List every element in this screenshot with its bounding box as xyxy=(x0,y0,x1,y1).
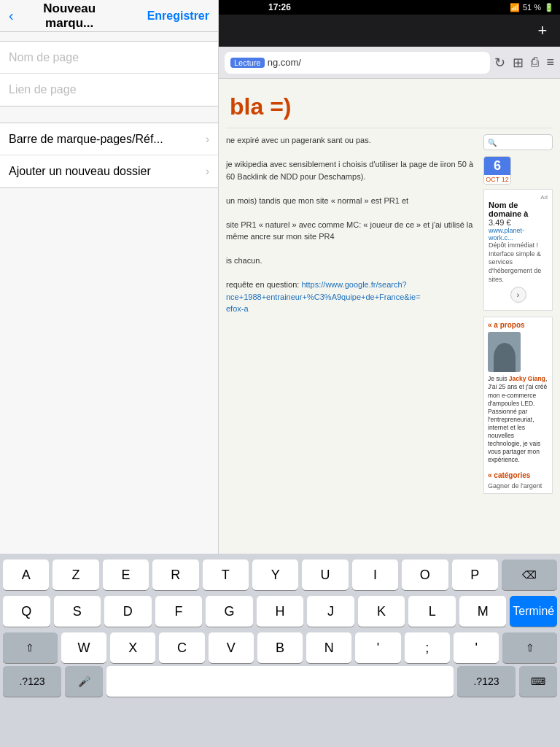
ad-box[interactable]: Ad Nom de domaine à 3.49 € www.planet-wo… xyxy=(483,189,553,311)
panel-title: Nouveau marqu... xyxy=(20,1,120,31)
done-key[interactable]: Terminé xyxy=(510,596,557,627)
key-b[interactable]: B xyxy=(257,632,303,663)
key-y[interactable]: Y xyxy=(252,560,298,590)
space-key[interactable] xyxy=(106,666,454,697)
keyboard-rows: A Z E R T Y U I O P ⌫ Q S D F G H J K L … xyxy=(0,554,560,666)
keyboard-row-2: Q S D F G H J K L M Terminé xyxy=(3,596,557,627)
key-d[interactable]: D xyxy=(104,596,152,627)
key-x[interactable]: X xyxy=(110,632,155,663)
keyboard-bottom-row: .?123 🎤 .?123 ⌨ xyxy=(0,666,560,697)
body-p2: je wikipedia avec sensiblement i choisis… xyxy=(226,158,476,182)
ad-price: 3.49 € xyxy=(489,218,548,227)
browser-toolbar: + xyxy=(219,15,560,47)
key-comma[interactable]: ' xyxy=(454,632,499,663)
key-i[interactable]: I xyxy=(352,560,398,590)
page-link-input[interactable] xyxy=(0,74,218,106)
key-z[interactable]: Z xyxy=(52,560,98,590)
url-icons: ↻ ⊞ ⎙ ≡ xyxy=(494,55,554,71)
key-a[interactable]: A xyxy=(3,560,49,590)
key-w[interactable]: W xyxy=(61,632,106,663)
menu-icon[interactable]: ≡ xyxy=(546,55,554,70)
web-content: bla =) ne expiré avec un pagerank sant o… xyxy=(219,79,560,554)
reload-icon[interactable]: ↻ xyxy=(494,55,505,71)
body-p5: is chacun. xyxy=(226,255,476,267)
number-key-left[interactable]: .?123 xyxy=(3,666,61,697)
mic-key[interactable]: 🎤 xyxy=(65,666,103,697)
save-button[interactable]: Enregistrer xyxy=(147,9,209,23)
web-main-content: ne expiré avec un pagerank sant ou pas. … xyxy=(226,134,476,494)
ad-button[interactable]: › xyxy=(510,287,526,303)
key-v[interactable]: V xyxy=(209,632,254,663)
calendar-month: OCT 12 xyxy=(484,175,510,184)
body-link3[interactable]: efox-a xyxy=(226,303,476,315)
status-right: 📶 51 % 🔋 xyxy=(510,3,554,12)
key-j[interactable]: J xyxy=(307,596,354,627)
share-icon[interactable]: ⎙ xyxy=(531,55,539,70)
key-semicolon[interactable]: ; xyxy=(405,632,450,663)
body-link1[interactable]: https://www.google.fr/search? xyxy=(301,280,406,289)
url-text-field[interactable]: Lecture ng.com/ xyxy=(225,52,490,74)
avatar xyxy=(488,332,521,372)
body-link2[interactable]: nce+1988+entraineur+%C3%A9quipe+de+Franc… xyxy=(226,291,476,303)
sidebar-search[interactable]: 🔍 xyxy=(483,134,553,150)
new-tab-button[interactable]: + xyxy=(531,19,554,42)
web-title: bla =) xyxy=(219,79,560,128)
key-o[interactable]: O xyxy=(402,560,448,590)
key-m[interactable]: M xyxy=(459,596,507,627)
web-sidebar: 🔍 6 OCT 12 Ad Nom de domaine à 3.49 € ww… xyxy=(483,134,553,494)
ad-title: Nom de domaine à xyxy=(489,201,548,218)
url-bar: Lecture ng.com/ ↻ ⊞ ⎙ ≡ xyxy=(219,47,560,79)
key-f[interactable]: F xyxy=(155,596,203,627)
new-folder-item[interactable]: Ajouter un nouveau dossier › xyxy=(0,155,218,187)
categories-title: « catégories xyxy=(488,471,548,479)
key-k[interactable]: K xyxy=(358,596,405,627)
about-text: Je suis Jacky Giang, J'ai 25 ans et j'ai… xyxy=(488,375,548,464)
earn-label: Gagner de l'argent xyxy=(488,482,548,489)
key-t[interactable]: T xyxy=(203,560,249,590)
back-chevron-icon: ‹ xyxy=(9,7,14,24)
key-s[interactable]: S xyxy=(54,596,101,627)
key-c[interactable]: C xyxy=(159,632,204,663)
battery-icon: 🔋 xyxy=(544,3,554,12)
lecture-badge: Lecture xyxy=(230,58,265,68)
calendar-day: 6 xyxy=(484,157,510,175)
extensions-icon[interactable]: ⊞ xyxy=(513,55,524,71)
battery-pct: 51 % xyxy=(523,3,541,12)
chevron-right-icon-1: › xyxy=(206,133,209,146)
back-button[interactable]: ‹ xyxy=(9,7,14,24)
key-l[interactable]: L xyxy=(408,596,456,627)
avatar-silhouette xyxy=(494,343,516,372)
keyboard-row-1: A Z E R T Y U I O P ⌫ xyxy=(3,560,557,590)
calendar-badge: 6 OCT 12 xyxy=(483,156,511,185)
ad-desc: Dépôt immédiat ! Interface simple & serv… xyxy=(489,241,548,284)
key-n[interactable]: N xyxy=(306,632,351,663)
bookmarks-bar-label: Barre de marque-pages/Réf... xyxy=(9,133,200,146)
panel-inputs xyxy=(0,41,218,107)
body-p6: requête en question: https://www.google.… xyxy=(226,279,476,291)
page-name-input[interactable] xyxy=(0,42,218,74)
about-section: « a propos Je suis Jacky Giang, J'ai 25 … xyxy=(483,317,553,494)
key-p[interactable]: P xyxy=(452,560,498,590)
ad-site: www.planet-work.c... xyxy=(489,227,548,241)
key-u[interactable]: U xyxy=(302,560,348,590)
panel-header: ‹ Nouveau marqu... Enregistrer xyxy=(0,0,218,32)
wifi-icon: 📶 xyxy=(510,3,520,12)
body-p1: ne expiré avec un pagerank sant ou pas. xyxy=(226,134,476,147)
key-apos[interactable]: ' xyxy=(355,632,400,663)
body-p4: site PR1 « naturel » avec comme MC: « jo… xyxy=(226,219,476,243)
bookmark-panel: ‹ Nouveau marqu... Enregistrer Barre de … xyxy=(0,0,219,554)
backspace-key[interactable]: ⌫ xyxy=(502,560,557,590)
key-g[interactable]: G xyxy=(206,596,253,627)
number-key-right[interactable]: .?123 xyxy=(457,666,516,697)
body-p3: un mois) tandis que mon site « normal » … xyxy=(226,195,476,207)
key-e[interactable]: E xyxy=(103,560,149,590)
shift-right-key[interactable]: ⇧ xyxy=(502,632,557,663)
keyboard: A Z E R T Y U I O P ⌫ Q S D F G H J K L … xyxy=(0,554,560,747)
key-h[interactable]: H xyxy=(257,596,304,627)
key-r[interactable]: R xyxy=(152,560,198,590)
keyboard-dismiss-key[interactable]: ⌨ xyxy=(519,666,557,697)
shift-key[interactable]: ⇧ xyxy=(3,632,58,663)
search-icon: 🔍 xyxy=(488,139,497,147)
key-q[interactable]: Q xyxy=(3,596,50,627)
bookmarks-bar-item[interactable]: Barre de marque-pages/Réf... › xyxy=(0,123,218,155)
